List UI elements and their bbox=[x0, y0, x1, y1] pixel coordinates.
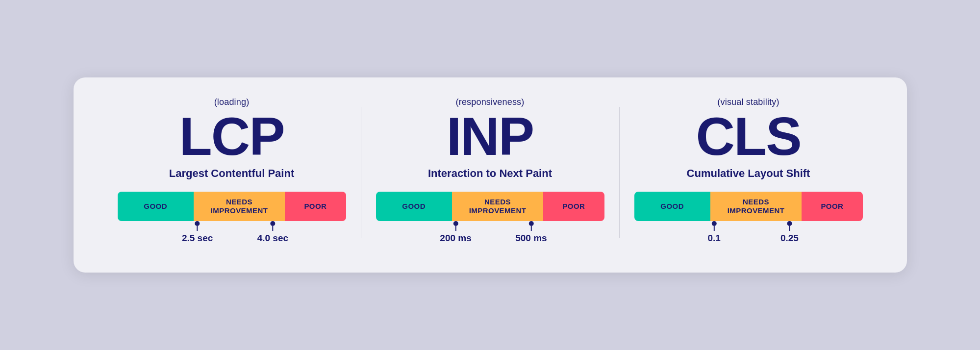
lcp-value1: 2.5 sec bbox=[182, 233, 213, 244]
cls-good-segment: GOOD bbox=[634, 192, 710, 221]
lcp-acronym: LCP bbox=[179, 109, 284, 163]
inp-poor-segment: POOR bbox=[543, 192, 604, 221]
inp-needs-segment: NEEDSIMPROVEMENT bbox=[452, 192, 543, 221]
inp-good-segment: GOOD bbox=[376, 192, 452, 221]
inp-needs-label: NEEDSIMPROVEMENT bbox=[469, 198, 527, 215]
lcp-value2: 4.0 sec bbox=[257, 233, 288, 244]
cls-good-label: GOOD bbox=[660, 202, 684, 211]
cls-poor-segment: POOR bbox=[802, 192, 862, 221]
inp-threshold1: 200 ms bbox=[440, 221, 471, 244]
inp-bar-container: GOOD NEEDSIMPROVEMENT POOR 200 ms bbox=[376, 192, 604, 248]
cls-needs-label: NEEDSIMPROVEMENT bbox=[728, 198, 785, 215]
cls-vline2 bbox=[789, 226, 790, 231]
lcp-dot2 bbox=[270, 221, 275, 226]
inp-vline1 bbox=[455, 226, 456, 231]
inp-dot2 bbox=[528, 221, 533, 226]
main-card: (loading) LCP Largest Contentful Paint G… bbox=[74, 77, 907, 273]
cls-poor-label: POOR bbox=[821, 202, 843, 211]
inp-bar: GOOD NEEDSIMPROVEMENT POOR bbox=[376, 192, 604, 221]
lcp-threshold2: 4.0 sec bbox=[257, 221, 288, 244]
cls-vline1 bbox=[714, 226, 715, 231]
lcp-threshold1: 2.5 sec bbox=[182, 221, 213, 244]
lcp-bar: GOOD NEEDSIMPROVEMENT POOR bbox=[118, 192, 346, 221]
lcp-poor-label: POOR bbox=[304, 202, 327, 211]
lcp-vline2 bbox=[272, 226, 273, 231]
lcp-markers: 2.5 sec 4.0 sec bbox=[118, 221, 346, 248]
cls-markers: 0.1 0.25 bbox=[634, 221, 863, 248]
cls-value1: 0.1 bbox=[707, 233, 720, 244]
lcp-vline1 bbox=[197, 226, 198, 231]
cls-bar: GOOD NEEDSIMPROVEMENT POOR bbox=[634, 192, 863, 221]
lcp-poor-segment: POOR bbox=[285, 192, 346, 221]
cls-needs-segment: NEEDSIMPROVEMENT bbox=[710, 192, 802, 221]
cls-value2: 0.25 bbox=[780, 233, 799, 244]
lcp-needs-segment: NEEDSIMPROVEMENT bbox=[194, 192, 285, 221]
inp-vline2 bbox=[530, 226, 531, 231]
lcp-section: (loading) LCP Largest Contentful Paint G… bbox=[103, 97, 361, 248]
cls-bar-container: GOOD NEEDSIMPROVEMENT POOR 0.1 bbox=[634, 192, 863, 248]
inp-acronym: INP bbox=[447, 109, 533, 163]
lcp-name: Largest Contentful Paint bbox=[169, 167, 294, 180]
inp-value1: 200 ms bbox=[440, 233, 471, 244]
lcp-bar-container: GOOD NEEDSIMPROVEMENT POOR 2.5 sec bbox=[118, 192, 346, 248]
inp-poor-label: POOR bbox=[562, 202, 585, 211]
lcp-dot1 bbox=[195, 221, 200, 226]
cls-name: Cumulative Layout Shift bbox=[687, 167, 810, 180]
inp-threshold2: 500 ms bbox=[515, 221, 547, 244]
cls-threshold2: 0.25 bbox=[780, 221, 799, 244]
inp-value2: 500 ms bbox=[515, 233, 547, 244]
cls-acronym: CLS bbox=[696, 109, 801, 163]
inp-dot1 bbox=[453, 221, 458, 226]
lcp-needs-label: NEEDSIMPROVEMENT bbox=[211, 198, 268, 215]
lcp-good-label: GOOD bbox=[144, 202, 167, 211]
cls-dot1 bbox=[712, 221, 717, 226]
inp-good-label: GOOD bbox=[402, 202, 426, 211]
cls-dot2 bbox=[787, 221, 792, 226]
inp-section: (responsiveness) INP Interaction to Next… bbox=[361, 97, 619, 248]
cls-section: (visual stability) CLS Cumulative Layout… bbox=[620, 97, 878, 248]
lcp-good-segment: GOOD bbox=[118, 192, 194, 221]
inp-markers: 200 ms 500 ms bbox=[376, 221, 604, 248]
inp-name: Interaction to Next Paint bbox=[428, 167, 552, 180]
cls-threshold1: 0.1 bbox=[707, 221, 720, 244]
